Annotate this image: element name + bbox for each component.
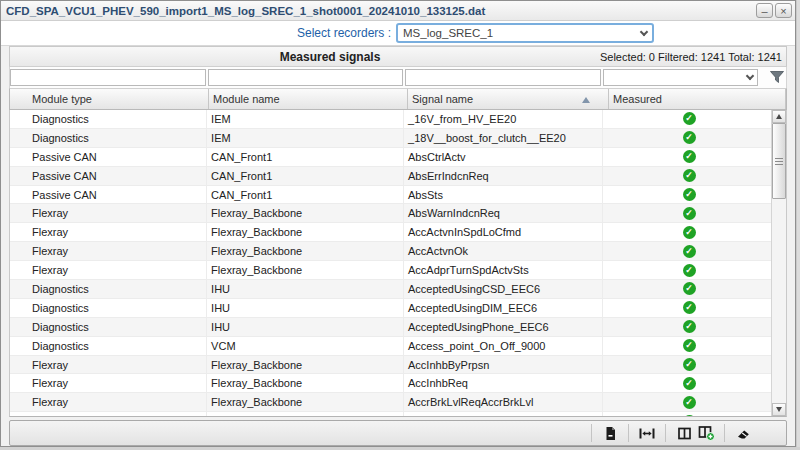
- cell-module-type: Diagnostics: [10, 318, 207, 336]
- recorder-combobox[interactable]: MS_log_SREC_1: [396, 23, 654, 43]
- measured-check-icon: ✓: [683, 358, 696, 371]
- cell-measured: ✓: [603, 261, 771, 279]
- table-row[interactable]: DiagnosticsIHUAcceptedUsingPhone_EEC6✓: [10, 318, 771, 337]
- column-header-corner: [763, 89, 786, 109]
- table-row[interactable]: DiagnosticsIHUAcceptedUsingDIM_EEC6✓: [10, 299, 771, 318]
- measured-check-icon: ✓: [683, 282, 696, 295]
- measured-check-icon: ✓: [683, 264, 696, 277]
- cell-measured: ✓: [603, 186, 771, 204]
- measured-check-icon: ✓: [683, 226, 696, 239]
- cell-signal-name: AcceptedUsingCSD_EEC6: [404, 280, 603, 298]
- two-columns-icon[interactable]: [673, 422, 695, 444]
- measured-check-icon: ✓: [683, 188, 696, 201]
- table-row[interactable]: DiagnosticsIEM_18V__boost_for_clutch__EE…: [10, 129, 771, 148]
- column-header-module-name[interactable]: Module name: [209, 89, 408, 109]
- panel-header: Measured signals Selected: 0 Filtered: 1…: [9, 46, 787, 67]
- table-row[interactable]: Passive CANCAN_Front1AbsCtrlActv✓: [10, 148, 771, 167]
- table-row[interactable]: FlexrayFlexray_BackboneAccInhbReq✓: [10, 374, 771, 393]
- filter-funnel-icon[interactable]: [768, 69, 786, 87]
- measured-filter-dropdown[interactable]: [603, 69, 758, 86]
- cell-module-type: Flexray: [10, 223, 207, 241]
- cell-signal-name: [404, 412, 603, 416]
- cell-module-name: Flexray_Backbone: [207, 242, 404, 260]
- clear-eraser-icon[interactable]: [732, 422, 754, 444]
- cell-measured: ✓: [603, 337, 771, 355]
- column-header-module-type[interactable]: Module type: [10, 89, 209, 109]
- cell-signal-name: AbsErrIndcnReq: [404, 167, 603, 185]
- sort-ascending-icon: [582, 97, 590, 103]
- add-column-icon[interactable]: [695, 422, 717, 444]
- measured-check-icon: ✓: [683, 112, 696, 125]
- table-row[interactable]: FlexrayFlexray_BackboneAccrBrkLvlReqAccr…: [10, 393, 771, 412]
- table-row[interactable]: FlexrayFlexray_BackboneAccActvnOk✓: [10, 242, 771, 261]
- toolbar-separator: [628, 424, 629, 442]
- measured-check-icon: ✓: [683, 245, 696, 258]
- recorder-combobox-value: MS_log_SREC_1: [403, 27, 641, 39]
- export-file-icon[interactable]: [599, 422, 621, 444]
- cell-module-type: Flexray: [10, 393, 207, 411]
- table-row[interactable]: DiagnosticsIEM_16V_from_HV_EE20✓: [10, 110, 771, 129]
- title-bar: CFD_SPA_VCU1_PHEV_590_import1_MS_log_SRE…: [1, 1, 795, 21]
- table-row[interactable]: Passive CANCAN_Front1AbsErrIndcnReq✓: [10, 167, 771, 186]
- scroll-down-button[interactable]: [772, 403, 786, 416]
- minimize-button[interactable]: –: [756, 3, 773, 18]
- panel-title: Measured signals: [10, 50, 650, 64]
- measured-signals-window: CFD_SPA_VCU1_PHEV_590_import1_MS_log_SRE…: [0, 0, 796, 447]
- cell-module-type: Passive CAN: [10, 186, 207, 204]
- measured-check-icon: ✓: [683, 207, 696, 220]
- column-header-measured[interactable]: Measured: [609, 89, 763, 109]
- arrow-up-icon: [776, 114, 782, 119]
- table-row[interactable]: Passive CANCAN_Front1AbsSts✓: [10, 186, 771, 205]
- table-row[interactable]: FlexrayFlexray_BackboneAccActvnInSpdLoCf…: [10, 223, 771, 242]
- cell-signal-name: _16V_from_HV_EE20: [404, 110, 603, 128]
- cell-measured: ✓: [603, 167, 771, 185]
- vertical-scrollbar[interactable]: [771, 110, 786, 416]
- cell-measured: ✓: [603, 412, 771, 416]
- cell-module-name: IHU: [207, 299, 404, 317]
- column-header-signal-name-label: Signal name: [412, 93, 473, 105]
- cell-signal-name: AbsWarnIndcnReq: [404, 204, 603, 222]
- arrow-down-icon: [776, 407, 782, 412]
- scrollbar-thumb[interactable]: [772, 123, 786, 199]
- cell-measured: ✓: [603, 129, 771, 147]
- measured-check-icon: ✓: [683, 320, 696, 333]
- cell-module-name: Flexray_Backbone: [207, 204, 404, 222]
- cell-module-name: CAN_Front1: [207, 186, 404, 204]
- table-row[interactable]: DiagnosticsVCMAccess_point_On_Off_9000✓: [10, 337, 771, 356]
- cell-measured: ✓: [603, 242, 771, 260]
- cell-signal-name: AccActvnOk: [404, 242, 603, 260]
- cell-module-type: Diagnostics: [10, 129, 207, 147]
- table-row[interactable]: ✓: [10, 412, 771, 416]
- close-button[interactable]: ×: [775, 3, 792, 18]
- signal-name-filter-input[interactable]: [405, 69, 601, 86]
- table-viewport: DiagnosticsIEM_16V_from_HV_EE20✓Diagnost…: [9, 110, 787, 417]
- table-row[interactable]: FlexrayFlexray_BackboneAccInhbByPrpsn✓: [10, 356, 771, 375]
- cell-module-type: Flexray: [10, 356, 207, 374]
- measured-check-icon: ✓: [683, 377, 696, 390]
- bottom-toolbar: [9, 420, 787, 446]
- measured-check-icon: ✓: [683, 169, 696, 182]
- cell-measured: ✓: [603, 356, 771, 374]
- module-type-filter-input[interactable]: [10, 69, 206, 86]
- table-row[interactable]: FlexrayFlexray_BackboneAccAdprTurnSpdAct…: [10, 261, 771, 280]
- fit-column-width-icon[interactable]: [636, 422, 658, 444]
- cell-measured: ✓: [603, 148, 771, 166]
- column-header-signal-name[interactable]: Signal name: [408, 89, 609, 109]
- selection-status-text: Selected: 0 Filtered: 1241 Total: 1241: [600, 51, 782, 63]
- measured-check-icon: ✓: [683, 301, 696, 314]
- measured-signals-panel: Measured signals Selected: 0 Filtered: 1…: [9, 46, 787, 446]
- cell-measured: ✓: [603, 299, 771, 317]
- table-row[interactable]: FlexrayFlexray_BackboneAbsWarnIndcnReq✓: [10, 204, 771, 223]
- cell-module-name: CAN_Front1: [207, 148, 404, 166]
- cell-module-name: VCM: [207, 337, 404, 355]
- table-row[interactable]: DiagnosticsIHUAcceptedUsingCSD_EEC6✓: [10, 280, 771, 299]
- cell-module-type: Passive CAN: [10, 148, 207, 166]
- module-name-filter-input[interactable]: [208, 69, 403, 86]
- toolbar-separator: [724, 424, 725, 442]
- table-body: DiagnosticsIEM_16V_from_HV_EE20✓Diagnost…: [10, 110, 771, 416]
- scroll-up-button[interactable]: [772, 110, 786, 123]
- measured-check-icon: ✓: [683, 396, 696, 409]
- cell-module-type: Diagnostics: [10, 280, 207, 298]
- toolbar-separator: [665, 424, 666, 442]
- cell-module-name: CAN_Front1: [207, 167, 404, 185]
